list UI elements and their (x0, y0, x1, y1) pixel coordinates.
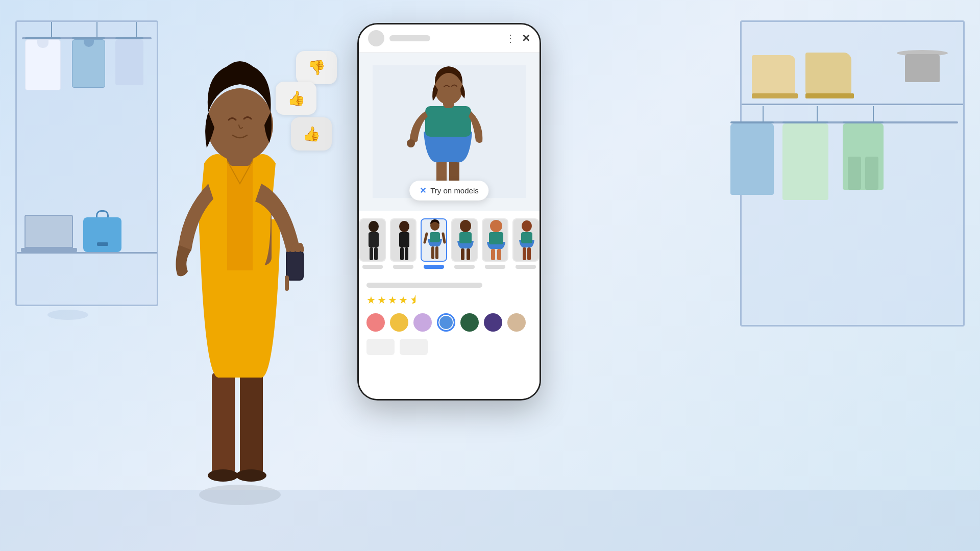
product-image-area: ✕ Try on models (359, 53, 540, 211)
svg-rect-22 (374, 247, 378, 260)
star-3: ★ (388, 294, 397, 306)
try-on-label: Try on models (430, 186, 478, 195)
product-title-placeholder (366, 283, 482, 288)
color-swatch-pink[interactable] (366, 313, 385, 332)
model-item-container-4 (451, 218, 478, 269)
svg-rect-31 (431, 246, 434, 259)
product-model-svg (373, 65, 526, 198)
laptop (24, 215, 77, 252)
model-label-3-selected (424, 265, 444, 269)
svg-rect-40 (489, 232, 503, 244)
model-item-container-2 (390, 218, 416, 269)
star-half: ⯨ (409, 294, 420, 306)
phone-mockup: ⋮ ✕ (357, 23, 541, 400)
color-swatch-beige[interactable] (507, 313, 526, 332)
model-item-container-5 (482, 218, 508, 269)
svg-rect-27 (405, 247, 408, 260)
svg-rect-41 (491, 249, 495, 260)
bag (83, 210, 121, 252)
color-swatch-dark-green[interactable] (460, 313, 479, 332)
svg-point-44 (522, 220, 532, 232)
more-options-icon[interactable]: ⋮ (505, 32, 516, 44)
model-thumb-5[interactable] (482, 218, 508, 262)
model-thumb-3[interactable] (421, 218, 447, 262)
svg-point-19 (369, 221, 379, 232)
svg-rect-9 (287, 251, 303, 280)
right-hanger-1 (752, 106, 774, 195)
try-on-models-button[interactable]: ✕ Try on models (409, 181, 488, 201)
color-swatch-dark-purple[interactable] (484, 313, 502, 332)
model-thumb-6[interactable] (512, 218, 539, 262)
svg-point-4 (236, 469, 266, 482)
svg-rect-42 (497, 249, 501, 260)
right-hanger-2 (805, 106, 828, 200)
model-thumb-4[interactable] (451, 218, 478, 262)
svg-point-3 (208, 469, 238, 482)
svg-point-24 (399, 221, 409, 232)
thumbsup-bubble-1: 👍 (276, 82, 316, 115)
model-label-4 (454, 265, 475, 269)
wardrobe-right (740, 20, 965, 327)
stars-row: ★ ★ ★ ★ ⯨ (366, 294, 532, 306)
models-row (366, 218, 532, 269)
svg-rect-2 (240, 372, 263, 474)
phone-header-icons: ⋮ ✕ (505, 32, 530, 44)
svg-rect-20 (369, 232, 379, 247)
svg-point-39 (490, 220, 502, 232)
phone-header: ⋮ ✕ (359, 24, 540, 53)
size-button-s[interactable] (366, 339, 395, 355)
svg-point-15 (407, 139, 415, 147)
hanger-2 (88, 22, 105, 88)
size-buttons (366, 339, 532, 355)
svg-rect-36 (461, 248, 464, 260)
thumbsup-icon-2: 👍 (303, 126, 321, 142)
svg-rect-32 (435, 246, 438, 259)
svg-rect-26 (400, 247, 404, 260)
phone-title-bar (389, 35, 430, 41)
close-button[interactable]: ✕ (522, 32, 530, 44)
floor-shadow-1 (47, 310, 88, 320)
size-button-m[interactable] (400, 339, 428, 355)
model-thumb-2[interactable] (390, 218, 416, 262)
svg-rect-35 (459, 232, 472, 243)
model-thumb-1[interactable] (359, 218, 386, 262)
thumbsup-icon-1: 👍 (287, 90, 305, 107)
boots-area (752, 53, 854, 98)
model-label-1 (362, 265, 383, 269)
svg-rect-14 (425, 106, 471, 137)
color-swatches (366, 313, 532, 332)
svg-rect-37 (467, 248, 470, 260)
floor (0, 490, 980, 551)
thumbsdown-icon: 👎 (308, 59, 326, 76)
svg-rect-25 (399, 232, 409, 247)
svg-rect-47 (527, 247, 531, 260)
shelf-right-top (742, 104, 963, 105)
svg-point-34 (460, 220, 471, 232)
phone-avatar (368, 30, 384, 46)
model-item-container-6 (512, 218, 539, 269)
boot-1 (752, 55, 798, 98)
model-item-container-3 (421, 218, 447, 269)
hat-display (897, 50, 948, 82)
svg-rect-45 (521, 232, 532, 243)
color-swatch-yellow[interactable] (390, 313, 408, 332)
right-hanger-3 (863, 106, 884, 190)
svg-point-7 (207, 88, 273, 162)
hanger-1 (42, 22, 61, 90)
star-1: ★ (366, 294, 376, 306)
product-details: ★ ★ ★ ★ ⯨ (359, 277, 540, 399)
model-label-2 (393, 265, 413, 269)
model-item-container-1 (359, 218, 386, 269)
color-swatch-lavender[interactable] (413, 313, 432, 332)
svg-rect-1 (212, 372, 235, 474)
svg-rect-46 (523, 247, 526, 260)
svg-rect-10 (285, 276, 289, 291)
star-4: ★ (399, 294, 408, 306)
boot-2 (805, 53, 854, 98)
model-label-5 (485, 265, 505, 269)
svg-rect-21 (370, 247, 373, 260)
model-label-6 (516, 265, 536, 269)
thumbsdown-bubble: 👎 (296, 51, 337, 84)
color-swatch-blue[interactable] (437, 313, 455, 332)
x-icon: ✕ (420, 186, 426, 195)
